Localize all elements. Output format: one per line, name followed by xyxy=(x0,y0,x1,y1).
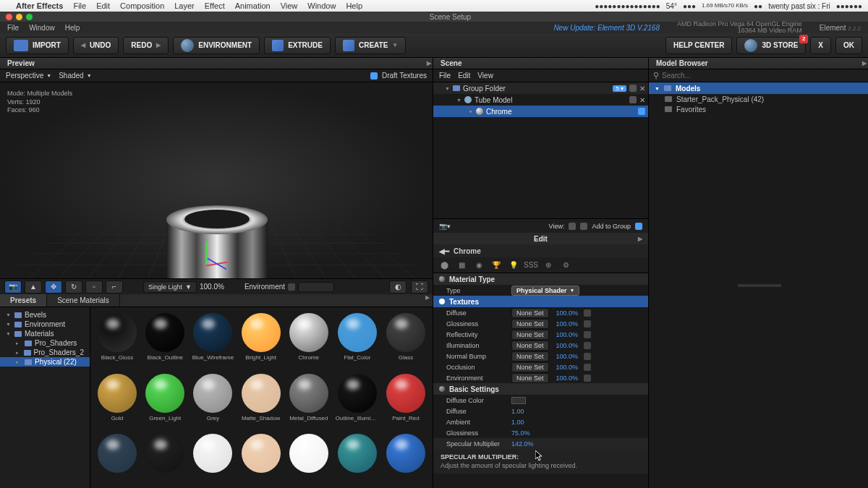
material-preset[interactable]: Gold xyxy=(95,372,140,430)
element-button[interactable]: Element 2.2.2 xyxy=(820,24,861,32)
light-percent[interactable]: 100.0% xyxy=(200,283,224,291)
camera-icon[interactable]: 📷▾ xyxy=(439,223,451,230)
material-preset[interactable] xyxy=(190,432,235,484)
menu-window[interactable]: Window xyxy=(307,1,336,10)
sphere-icon[interactable]: ⬤ xyxy=(439,260,449,270)
app-name[interactable]: After Effects xyxy=(16,1,63,10)
shader-type-select[interactable]: Physical Shader▼ xyxy=(511,286,579,296)
material-preset[interactable] xyxy=(383,432,428,484)
shader-icon[interactable]: ◉ xyxy=(474,260,484,270)
plugin-menu-help[interactable]: Help xyxy=(65,24,80,32)
undo-button[interactable]: ◀UNDO xyxy=(73,37,119,54)
scene-menu-edit[interactable]: Edit xyxy=(458,72,470,80)
scene-item[interactable]: ▼Group Folder5 ▾✕ xyxy=(433,82,648,94)
camera-tool[interactable]: 📷 xyxy=(4,281,22,294)
image-icon[interactable]: ▦ xyxy=(456,260,467,270)
material-preset[interactable]: Blue_Wireframe xyxy=(190,312,235,369)
texture-pct[interactable]: 100.0% xyxy=(556,364,579,371)
help-center-button[interactable]: HELP CENTER xyxy=(665,37,732,54)
material-preset[interactable]: Paint_Red xyxy=(383,372,428,430)
texture-pct[interactable]: 100.0% xyxy=(556,320,579,328)
plugin-menu-file[interactable]: File xyxy=(7,24,19,32)
search-input[interactable] xyxy=(662,72,864,80)
env-toggle[interactable] xyxy=(288,283,295,291)
expand-icon[interactable]: ▶ xyxy=(422,294,433,307)
perspective-dropdown[interactable]: Perspective▼ xyxy=(6,72,51,80)
preset-tree-item[interactable]: ▼Bevels xyxy=(0,310,90,320)
value-field[interactable]: 142.0% xyxy=(511,440,534,448)
scale-tool[interactable]: ▫ xyxy=(85,281,103,294)
tab-presets[interactable]: Presets xyxy=(0,294,47,307)
material-preset[interactable]: Matte_Shadow xyxy=(239,372,284,430)
texture-toggle[interactable] xyxy=(584,309,591,317)
texture-slot[interactable]: None Set xyxy=(511,319,549,329)
texture-pct[interactable]: 100.0% xyxy=(556,331,579,338)
texture-pct[interactable]: 100.0% xyxy=(556,309,579,317)
close-button[interactable]: X xyxy=(810,37,831,54)
viewport-3d[interactable]: Mode: Multiple Models Verts: 1920 Faces:… xyxy=(0,82,433,278)
maximize-window-icon[interactable] xyxy=(26,14,33,20)
material-preset[interactable] xyxy=(286,432,331,484)
texture-slot[interactable]: None Set xyxy=(511,373,549,383)
anchor-tool[interactable]: ⌐ xyxy=(106,281,123,294)
plugin-menu-window[interactable]: Window xyxy=(29,24,55,32)
view-mode-2[interactable] xyxy=(580,223,587,230)
material-preset[interactable] xyxy=(142,432,187,484)
minimize-window-icon[interactable] xyxy=(16,14,22,20)
menu-help[interactable]: Help xyxy=(346,1,362,10)
models-folder[interactable]: ▼ Models xyxy=(649,82,868,94)
menu-layer[interactable]: Layer xyxy=(174,1,195,10)
value-field[interactable]: 1.00 xyxy=(511,419,524,426)
texture-toggle[interactable] xyxy=(584,364,591,371)
select-tool[interactable]: ▲ xyxy=(25,281,42,294)
texture-slot[interactable]: None Set xyxy=(511,351,549,361)
edit-forward[interactable]: ▶ xyxy=(638,236,642,242)
update-notice[interactable]: New Update: Element 3D V.2168 xyxy=(553,24,660,32)
expand-icon[interactable]: ▶ xyxy=(862,60,867,67)
material-preset[interactable]: Black_Gloss xyxy=(95,312,140,369)
texture-toggle[interactable] xyxy=(584,353,591,360)
light-dropdown[interactable]: Single Light▼ xyxy=(143,281,197,293)
trophy-icon[interactable]: 🏆 xyxy=(491,260,501,270)
create-button[interactable]: CREATE▼ xyxy=(335,37,406,54)
texture-slot[interactable]: None Set xyxy=(511,308,549,318)
expand-icon[interactable]: ▶ xyxy=(427,60,431,67)
preset-tree-item[interactable]: ▸Pro_Shaders xyxy=(0,338,90,348)
texture-toggle[interactable] xyxy=(584,374,591,382)
preset-tree-item[interactable]: ▼Environment xyxy=(0,320,90,329)
material-preset[interactable]: Flat_Color xyxy=(334,312,380,369)
material-preset[interactable]: Glass xyxy=(383,312,428,369)
preset-tree-item[interactable]: ▸Physical (22) xyxy=(0,357,90,367)
add-to-group[interactable]: Add to Group xyxy=(592,223,631,230)
back-arrow-icon[interactable]: ◀━ xyxy=(439,247,449,255)
redo-button[interactable]: REDO▶ xyxy=(123,37,169,54)
bg-toggle[interactable]: ◐ xyxy=(389,281,407,294)
preset-tree-item[interactable]: ▸Pro_Shaders_2 xyxy=(0,348,90,357)
menu-file[interactable]: File xyxy=(73,1,86,10)
add-group-icon[interactable] xyxy=(635,223,642,230)
texture-pct[interactable]: 100.0% xyxy=(556,374,579,382)
gear-icon[interactable]: ⚙ xyxy=(561,260,571,270)
texture-toggle[interactable] xyxy=(584,331,591,338)
scene-menu-file[interactable]: File xyxy=(439,72,451,80)
material-preset[interactable]: Chrome xyxy=(286,312,331,369)
value-field[interactable]: 75.0% xyxy=(511,429,530,437)
texture-slot[interactable]: None Set xyxy=(511,330,549,340)
texture-slot[interactable]: None Set xyxy=(511,341,549,351)
world-icon[interactable]: ⊕ xyxy=(543,260,553,270)
scene-item[interactable]: ▼Chrome xyxy=(433,106,648,117)
close-window-icon[interactable] xyxy=(6,14,12,20)
scene-menu-view[interactable]: View xyxy=(477,72,493,80)
material-preset[interactable] xyxy=(95,432,140,484)
preset-tree-item[interactable]: ▼Materials xyxy=(0,329,90,338)
model-item[interactable]: Starter_Pack_Physical (42) xyxy=(649,94,868,104)
menu-composition[interactable]: Composition xyxy=(120,1,164,10)
color-swatch[interactable] xyxy=(511,397,526,404)
menu-animation[interactable]: Animation xyxy=(235,1,271,10)
material-preset[interactable]: Outline_Illuminat... xyxy=(334,372,380,430)
model-cylinder[interactable] xyxy=(166,205,275,278)
material-preset[interactable]: Metal_Diffused xyxy=(286,372,331,430)
material-preset[interactable] xyxy=(239,432,284,484)
fullscreen-toggle[interactable]: ⛶ xyxy=(411,281,428,294)
rotate-tool[interactable]: ↻ xyxy=(65,281,82,294)
